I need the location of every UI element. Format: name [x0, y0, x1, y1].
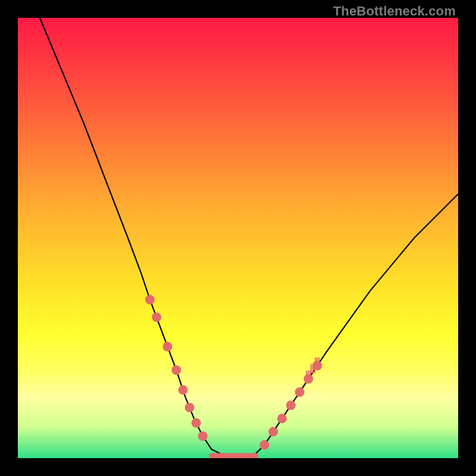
- markers-left: [145, 295, 208, 441]
- chart-frame: TheBottleneck.com: [0, 0, 476, 476]
- curve-marker: [295, 387, 305, 397]
- curve-marker: [277, 414, 287, 423]
- curve-marker: [145, 295, 155, 305]
- curve-marker: [259, 440, 269, 450]
- watermark-text: TheBottleneck.com: [333, 4, 456, 19]
- curve-marker: [185, 403, 195, 412]
- plot-area: [18, 18, 458, 458]
- curve-marker: [286, 400, 296, 410]
- curve-marker: [171, 365, 181, 375]
- markers-right: [259, 361, 322, 450]
- chart-svg: [18, 18, 458, 458]
- bottleneck-curve: [40, 18, 458, 458]
- curve-marker: [152, 312, 161, 322]
- curve-marker: [268, 427, 278, 437]
- curve-marker: [198, 431, 208, 441]
- curve-marker: [192, 418, 201, 428]
- curve-marker: [163, 342, 173, 352]
- curve-marker: [178, 385, 188, 394]
